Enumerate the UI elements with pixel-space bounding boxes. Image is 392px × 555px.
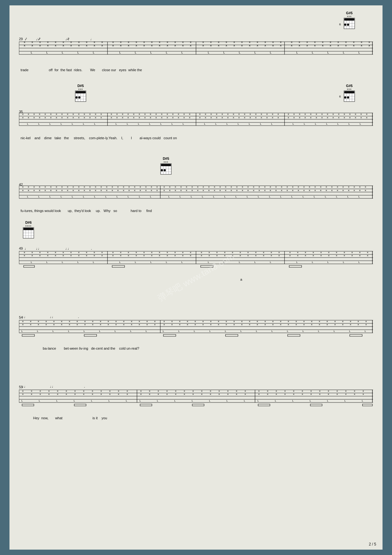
svg-text:×: × bbox=[30, 323, 31, 326]
svg-rect-492 bbox=[23, 228, 34, 230]
svg-text:×: × bbox=[225, 44, 227, 47]
svg-text:×: × bbox=[345, 390, 347, 393]
svg-text:×: × bbox=[118, 393, 119, 396]
svg-text:L: L bbox=[178, 330, 180, 333]
svg-text:×: × bbox=[138, 113, 140, 116]
svg-text:×: × bbox=[199, 113, 201, 116]
svg-text:×: × bbox=[264, 44, 266, 47]
svg-text:×: × bbox=[163, 189, 165, 192]
svg-text:×: × bbox=[201, 254, 202, 257]
svg-text:×: × bbox=[150, 113, 151, 116]
svg-text:L: L bbox=[223, 261, 225, 264]
svg-text:L: L bbox=[292, 399, 294, 402]
svg-text:L: L bbox=[191, 195, 192, 198]
svg-text:×: × bbox=[298, 44, 300, 47]
svg-text:×: × bbox=[278, 251, 280, 254]
svg-text:×: × bbox=[22, 116, 24, 119]
svg-text:×: × bbox=[233, 323, 235, 326]
svg-text:×: × bbox=[38, 323, 39, 326]
svg-text:×: × bbox=[74, 390, 76, 393]
svg-text:×: × bbox=[122, 116, 123, 119]
svg-text:×: × bbox=[271, 254, 272, 257]
svg-text:×: × bbox=[83, 189, 85, 192]
svg-text:×: × bbox=[214, 185, 215, 189]
svg-text:×: × bbox=[24, 44, 26, 47]
svg-text:×: × bbox=[126, 390, 128, 393]
section-42: 42 ×× ×× ×× ×× ×× ×× ×× ×× ×× ×× ×× ×× ×… bbox=[19, 183, 373, 213]
svg-text:×: × bbox=[233, 44, 235, 47]
svg-text:×: × bbox=[38, 320, 39, 323]
svg-text:×: × bbox=[131, 320, 132, 323]
svg-text:×: × bbox=[190, 44, 192, 47]
svg-text:×: × bbox=[270, 189, 271, 192]
svg-text:×: × bbox=[24, 41, 26, 44]
svg-text:×: × bbox=[354, 393, 355, 396]
svg-text:×: × bbox=[39, 41, 41, 44]
svg-text:L: L bbox=[150, 51, 152, 54]
svg-text:×: × bbox=[138, 320, 140, 323]
svg-text:×: × bbox=[284, 393, 286, 396]
svg-text:L: L bbox=[236, 195, 237, 198]
svg-text:×: × bbox=[94, 41, 95, 44]
svg-text:×: × bbox=[242, 185, 243, 189]
svg-text:L: L bbox=[116, 122, 117, 125]
svg-text:L: L bbox=[348, 122, 350, 125]
svg-text:×: × bbox=[189, 113, 190, 116]
svg-text:𝅗: 𝅗 bbox=[91, 249, 92, 250]
svg-text:×: × bbox=[167, 254, 168, 257]
svg-text:×: × bbox=[180, 189, 182, 192]
measure-num-54: 54 bbox=[19, 315, 23, 319]
svg-text:×: × bbox=[310, 113, 312, 116]
svg-text:L: L bbox=[27, 195, 29, 198]
svg-text:×: × bbox=[33, 185, 35, 189]
svg-text:×: × bbox=[133, 113, 135, 116]
svg-text:×: × bbox=[56, 185, 57, 189]
svg-text:×: × bbox=[233, 41, 235, 44]
svg-point-144 bbox=[78, 97, 81, 99]
svg-text:×: × bbox=[367, 251, 368, 254]
svg-text:L: L bbox=[91, 399, 93, 402]
svg-text:×: × bbox=[187, 320, 188, 323]
svg-text:×: × bbox=[28, 189, 29, 192]
svg-text:×: × bbox=[83, 390, 84, 393]
svg-text:×: × bbox=[178, 116, 179, 119]
svg-text:×: × bbox=[83, 113, 85, 116]
svg-text:×: × bbox=[143, 254, 145, 257]
svg-text:L: L bbox=[174, 399, 176, 402]
chord-gs5-row2-grid bbox=[344, 90, 355, 102]
svg-text:×: × bbox=[33, 189, 35, 192]
svg-text:×: × bbox=[167, 41, 168, 44]
chord-ds6-row4-xxx: xxxx bbox=[19, 224, 38, 227]
svg-text:×: × bbox=[120, 44, 122, 47]
svg-text:L: L bbox=[72, 122, 73, 125]
svg-text:×: × bbox=[242, 189, 243, 192]
svg-text:×: × bbox=[86, 251, 87, 254]
svg-text:×: × bbox=[100, 113, 102, 116]
svg-text:×: × bbox=[208, 185, 210, 189]
svg-text:×: × bbox=[348, 185, 349, 189]
svg-text:×: × bbox=[78, 251, 80, 254]
svg-text:×: × bbox=[302, 393, 303, 396]
svg-text:×: × bbox=[40, 393, 41, 396]
svg-text:×: × bbox=[184, 393, 185, 396]
svg-text:×: × bbox=[182, 254, 184, 257]
svg-text:×: × bbox=[70, 251, 72, 254]
svg-text:×: × bbox=[344, 116, 345, 119]
svg-text:𝅗: 𝅗 bbox=[78, 317, 79, 318]
svg-text:×: × bbox=[86, 44, 88, 47]
svg-text:×: × bbox=[320, 251, 322, 254]
svg-text:×: × bbox=[368, 44, 370, 47]
svg-text:×: × bbox=[309, 185, 310, 189]
svg-text:L: L bbox=[296, 261, 298, 264]
svg-text:L: L bbox=[244, 399, 245, 402]
svg-text:×: × bbox=[72, 116, 74, 119]
svg-text:×: × bbox=[187, 323, 188, 326]
svg-text:×: × bbox=[337, 44, 339, 47]
svg-text:×: × bbox=[120, 251, 121, 254]
svg-text:×: × bbox=[302, 390, 303, 393]
svg-text:×: × bbox=[174, 44, 176, 47]
svg-text:×: × bbox=[203, 185, 204, 189]
svg-text:×: × bbox=[342, 323, 344, 326]
svg-text:×: × bbox=[244, 390, 246, 393]
svg-text:×: × bbox=[135, 41, 137, 44]
